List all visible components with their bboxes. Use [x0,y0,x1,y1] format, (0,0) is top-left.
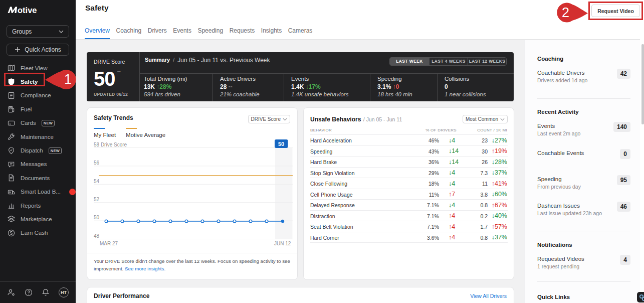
svg-text:56: 56 [94,160,100,166]
svg-text:otive: otive [18,6,37,15]
svg-text:58 Drive Score: 58 Drive Score [94,142,127,147]
svg-text:2: 2 [562,5,569,20]
svg-text:52: 52 [94,197,100,202]
svg-text:50: 50 [94,215,100,220]
svg-text:JUN 12: JUN 12 [274,241,291,246]
svg-text:48: 48 [94,233,100,239]
svg-text:MAR 27: MAR 27 [100,241,118,246]
svg-text:50: 50 [278,141,284,147]
svg-text:1: 1 [64,72,72,87]
svg-text:54: 54 [94,179,100,184]
